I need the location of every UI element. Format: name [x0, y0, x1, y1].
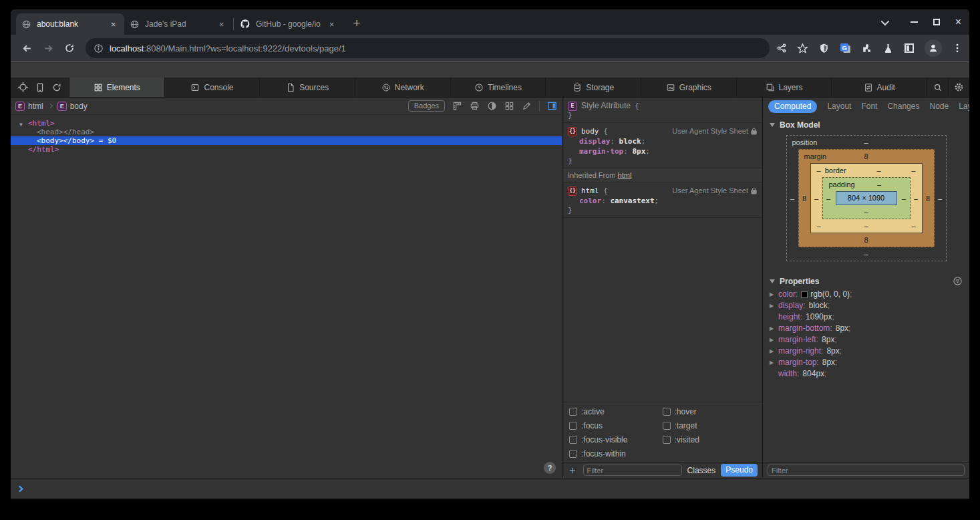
padding-right-value[interactable]: – — [899, 194, 910, 203]
breadcrumb-item-html[interactable]: html — [28, 102, 43, 111]
disclosure-triangle-icon[interactable] — [770, 279, 775, 283]
box-model-content[interactable]: 804 × 1090 — [836, 191, 897, 205]
browser-tab-about-blank[interactable]: about:blank × — [16, 13, 124, 35]
profile-avatar[interactable] — [925, 39, 942, 57]
color-swatch[interactable] — [801, 291, 808, 298]
bookmark-star-icon[interactable] — [797, 43, 808, 54]
shield-extension-icon[interactable] — [818, 43, 830, 54]
browser-tab-github[interactable]: GitHub - google/ios-webkit-d × — [234, 13, 343, 35]
css-rule-html[interactable]: {} html { User Agent Style Sheet color: … — [562, 182, 762, 218]
position-top-value[interactable]: – — [864, 138, 868, 146]
dom-node-html-close[interactable]: </html> — [11, 145, 562, 154]
info-icon[interactable] — [94, 43, 104, 53]
disclosure-triangle-icon[interactable] — [770, 123, 775, 127]
pseudo-toggle-focus[interactable]: :focus — [569, 421, 663, 430]
sidebar-tab-font[interactable]: Font — [861, 102, 877, 111]
border-bottom-right-value[interactable]: – — [911, 219, 915, 233]
disclosure-triangle-icon[interactable]: ▶ — [770, 346, 778, 357]
dom-node-body-selected[interactable]: <body></body> = $0 — [11, 136, 562, 145]
sidebar-tab-layers[interactable]: Layers — [959, 102, 969, 111]
margin-right-value[interactable]: 8 — [923, 194, 934, 203]
flask-extension-icon[interactable] — [882, 43, 894, 54]
checkbox[interactable] — [569, 422, 577, 430]
rule-selector[interactable]: body — [581, 127, 599, 136]
dom-node-head[interactable]: <head></head> — [11, 128, 562, 136]
settings-gear-icon[interactable] — [948, 78, 969, 97]
tab-timelines[interactable]: Timelines — [450, 78, 546, 97]
checkbox[interactable] — [569, 436, 577, 444]
tab-graphics[interactable]: Graphics — [641, 78, 736, 97]
breadcrumb-item-body[interactable]: body — [70, 102, 88, 111]
pseudo-toggle-active[interactable]: :active — [569, 407, 663, 416]
padding-bottom-value[interactable]: – — [864, 208, 868, 216]
pseudo-toggle-hover[interactable]: :hover — [663, 407, 756, 416]
checkbox[interactable] — [663, 436, 671, 444]
share-icon[interactable] — [776, 43, 787, 53]
padding-top-value[interactable]: – — [877, 178, 881, 191]
pseudo-button[interactable]: Pseudo — [721, 464, 758, 477]
disclosure-triangle-icon[interactable]: ▶ — [770, 323, 778, 334]
address-bar[interactable]: localhost:8080/Main.html?ws=localhost:92… — [86, 38, 770, 58]
inherited-node-link[interactable]: html — [618, 171, 632, 179]
margin-left-value[interactable]: 8 — [799, 194, 810, 203]
panel-extension-icon[interactable] — [904, 43, 915, 53]
sidebar-tab-computed[interactable]: Computed — [768, 100, 817, 113]
border-bottom-left-value[interactable]: – — [817, 219, 821, 233]
tab-search-chevron-icon[interactable] — [880, 17, 889, 25]
disclosure-triangle-icon[interactable]: ▶ — [770, 289, 778, 300]
tab-sources[interactable]: Sources — [259, 78, 355, 97]
disclosure-triangle-icon[interactable]: ▶ — [770, 357, 778, 368]
css-property[interactable]: margin-top: 8px; — [568, 146, 757, 156]
sidebar-tab-node[interactable]: Node — [929, 102, 949, 111]
device-icon[interactable] — [35, 82, 45, 93]
position-left-value[interactable]: – — [787, 194, 798, 203]
edit-pencil-icon[interactable] — [522, 101, 532, 111]
badges-button[interactable]: Badges — [408, 100, 445, 112]
pseudo-toggle-target[interactable]: :target — [663, 421, 756, 430]
dom-node-html-open[interactable]: ▼<html> — [11, 119, 562, 128]
property-row-margin-left[interactable]: ▶ margin-left: 8px; — [763, 334, 969, 346]
box-model-header[interactable]: Box Model — [763, 115, 969, 132]
extensions-puzzle-icon[interactable] — [861, 43, 872, 54]
css-rule-body[interactable]: {} body { User Agent Style Sheet display… — [562, 123, 762, 168]
window-close-button[interactable]: × — [955, 19, 961, 25]
checkbox[interactable] — [569, 450, 577, 458]
css-property[interactable]: display: block; — [568, 136, 757, 146]
border-bottom-value[interactable]: – — [864, 219, 868, 233]
property-row-display[interactable]: ▶ display: block; — [763, 300, 969, 311]
disclosure-triangle-icon[interactable]: ▶ — [770, 334, 778, 346]
css-property[interactable]: color: canvastext; — [568, 196, 757, 206]
styles-filter-input[interactable] — [583, 465, 682, 476]
close-icon[interactable]: × — [326, 19, 337, 30]
property-row-height[interactable]: height: 1090px; — [763, 311, 969, 323]
tab-elements[interactable]: Elements — [69, 78, 164, 97]
browser-tab-jades-ipad[interactable]: Jade's iPad × — [124, 13, 232, 35]
property-row-width[interactable]: width: 804px; — [763, 368, 969, 380]
print-icon[interactable] — [470, 101, 480, 111]
translate-extension-icon[interactable]: G — [840, 43, 851, 54]
border-top-value[interactable]: – — [876, 164, 880, 177]
classes-button[interactable]: Classes — [687, 466, 716, 475]
help-icon[interactable]: ? — [544, 462, 556, 474]
property-row-margin-right[interactable]: ▶ margin-right: 8px; — [763, 346, 969, 357]
tab-storage[interactable]: Storage — [545, 78, 641, 97]
pseudo-toggle-focus-within[interactable]: :focus-within — [569, 449, 663, 459]
checkbox[interactable] — [569, 408, 577, 416]
search-icon[interactable] — [927, 78, 948, 97]
inspect-crosshair-icon[interactable] — [17, 82, 29, 93]
maximize-button[interactable] — [933, 19, 940, 25]
contrast-icon[interactable] — [487, 101, 497, 111]
property-row-color[interactable]: ▶ color: rgb(0, 0, 0); — [763, 289, 969, 300]
properties-filter-icon[interactable] — [953, 276, 963, 286]
properties-header[interactable]: Properties — [763, 271, 969, 289]
property-row-margin-top[interactable]: ▶ margin-top: 8px; — [763, 357, 969, 368]
checkbox[interactable] — [663, 408, 671, 416]
border-left-value[interactable]: – — [811, 194, 822, 203]
sidebar-tab-changes[interactable]: Changes — [887, 102, 919, 111]
console-prompt-bar[interactable] — [11, 478, 969, 499]
sidebar-tab-layout[interactable]: Layout — [827, 102, 851, 111]
border-top-right-value[interactable]: – — [911, 164, 915, 177]
menu-kebab-icon[interactable] — [952, 43, 963, 53]
pseudo-toggle-focus-visible[interactable]: :focus-visible — [569, 435, 663, 444]
close-icon[interactable]: × — [216, 19, 227, 30]
